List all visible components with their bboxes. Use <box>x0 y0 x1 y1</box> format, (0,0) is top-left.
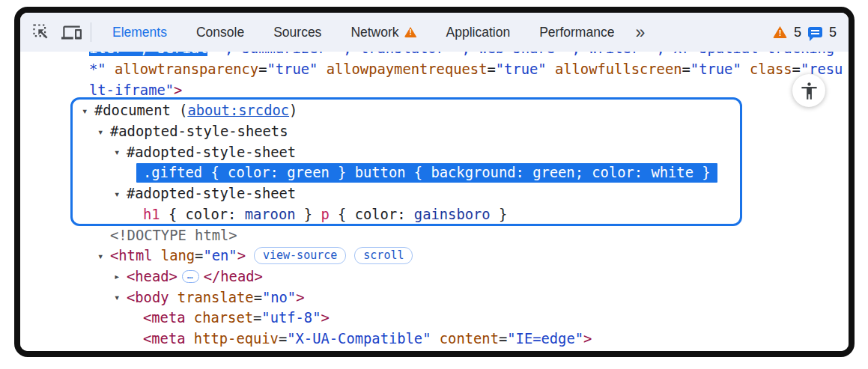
code-segment: { color: <box>160 207 245 222</box>
tab-sources[interactable]: Sources <box>273 25 321 40</box>
devtools-toolbar: ElementsConsoleSourcesNetworkApplication… <box>20 13 849 52</box>
code-segment: <!DOCTYPE html> <box>110 228 237 243</box>
code-segment: = <box>499 331 507 347</box>
code-segment: = <box>792 61 801 77</box>
tab-label: Console <box>196 25 244 40</box>
toolbar-divider <box>91 22 91 42</box>
code-segment: } <box>296 207 321 222</box>
code-segment: "en" <box>203 248 237 263</box>
collapse-arrow-icon[interactable]: ▾ <box>114 146 127 158</box>
code-segment: > <box>296 290 304 305</box>
code-segment: <meta <box>143 331 186 347</box>
dom-tree-row[interactable]: ▾#document (about:srcdoc) <box>20 100 849 121</box>
code-segment: </head> <box>204 269 263 284</box>
dom-tree: iter *; serial *; summarizer *; translat… <box>20 38 849 349</box>
code-segment: > <box>583 331 592 347</box>
warning-count[interactable]: 5 <box>794 25 801 40</box>
code-segment: allowpaymentrequest <box>327 61 488 77</box>
tab-performance[interactable]: Performance <box>539 25 614 40</box>
code-segment: #adopted-style-sheet <box>127 144 296 160</box>
code-segment: <meta <box>143 310 186 326</box>
code-segment: > <box>321 310 329 326</box>
code-segment: = <box>253 310 261 326</box>
code-segment: <body <box>127 290 169 305</box>
code-segment: http-equiv <box>194 331 279 347</box>
code-segment: ( <box>171 103 188 118</box>
tab-console[interactable]: Console <box>196 25 244 40</box>
code-segment: > <box>174 82 182 98</box>
code-segment: = <box>254 290 262 305</box>
dom-tree-row[interactable]: lt-iframe"> <box>20 79 849 100</box>
issue-counters: 5 5 <box>773 25 837 40</box>
tab-application[interactable]: Application <box>446 25 511 40</box>
dom-tree-row[interactable]: ▸<head>…</head> <box>20 266 849 287</box>
collapse-arrow-icon[interactable]: ▾ <box>82 105 94 117</box>
code-segment: *" <box>89 61 115 77</box>
code-segment: lt-iframe" <box>89 82 174 98</box>
code-segment: "true" <box>691 61 741 77</box>
code-segment: allowfullscreen <box>555 61 682 77</box>
code-segment <box>153 248 161 263</box>
tab-elements[interactable]: Elements <box>112 25 167 40</box>
dom-tree-row[interactable]: ▾<html lang="en">view-sourcescroll <box>20 246 849 266</box>
dom-tree-row[interactable]: <!DOCTYPE html> <box>20 225 849 246</box>
badge-scroll[interactable]: scroll <box>354 247 413 264</box>
code-segment: lang <box>161 248 195 263</box>
accessibility-icon <box>799 81 819 101</box>
code-segment: .gifted { color: green } button { backgr… <box>143 165 711 180</box>
code-segment: translate <box>177 290 254 305</box>
code-segment: <html <box>110 248 153 263</box>
tab-label: Application <box>446 25 511 40</box>
devtools-window: iter *; serial *; summarizer *; translat… <box>14 7 855 357</box>
code-segment <box>547 61 555 77</box>
tab-network[interactable]: Network <box>350 25 416 40</box>
code-segment: <head> <box>127 269 177 284</box>
code-segment <box>431 331 439 347</box>
code-segment: "true" <box>496 61 547 77</box>
collapsed-children-badge[interactable]: … <box>182 270 199 284</box>
code-segment: "utf-8" <box>261 310 321 326</box>
code-segment <box>169 290 177 305</box>
device-toolbar-button[interactable] <box>56 19 86 46</box>
more-tabs-button[interactable]: » <box>634 24 646 41</box>
inspect-element-button[interactable] <box>26 19 56 46</box>
tab-warning-icon <box>404 27 417 37</box>
dom-tree-row[interactable]: ▾#adopted-style-sheets <box>20 121 849 142</box>
code-segment: { color: <box>330 207 414 222</box>
dom-tree-row[interactable]: *" allowtransparency="true" allowpayment… <box>20 59 849 80</box>
code-segment: } <box>491 207 508 222</box>
code-segment: = <box>682 61 691 77</box>
dom-tree-row[interactable]: ▾#adopted-style-sheet <box>20 141 849 162</box>
dom-tree-row[interactable]: ▾<body translate="no"> <box>20 287 849 308</box>
code-segment: = <box>487 61 495 77</box>
message-count[interactable]: 5 <box>829 25 837 40</box>
code-segment: gainsboro <box>414 207 491 222</box>
code-segment <box>186 310 194 326</box>
code-segment: = <box>279 331 287 347</box>
collapse-arrow-icon[interactable]: ▾ <box>114 291 127 303</box>
dom-tree-row[interactable]: h1 { color: maroon } p { color: gainsbor… <box>20 204 849 225</box>
code-segment: #adopted-style-sheet <box>127 186 296 201</box>
badge-view-source[interactable]: view-source <box>254 247 346 264</box>
collapse-arrow-icon[interactable]: ▾ <box>97 250 110 262</box>
dom-tree-row[interactable]: <meta charset="utf-8"> <box>20 308 849 329</box>
tab-label: Network <box>350 25 398 40</box>
code-segment: "no" <box>262 290 296 305</box>
dom-tree-row[interactable]: ▾#adopted-style-sheet <box>20 183 849 204</box>
code-segment: "X-UA-Compatible" <box>287 331 431 347</box>
dom-tree-row[interactable]: <meta http-equiv="X-UA-Compatible" conte… <box>20 329 849 350</box>
messages-icon[interactable] <box>808 27 822 37</box>
code-segment: ) <box>289 103 297 118</box>
code-segment: "true" <box>267 61 318 77</box>
expand-arrow-icon[interactable]: ▸ <box>114 270 127 282</box>
dom-tree-row-selected[interactable]: .gifted { color: green } button { backgr… <box>20 162 849 183</box>
code-segment: allowtransparency <box>115 61 258 77</box>
warning-icon[interactable] <box>773 26 787 38</box>
accessibility-overlay-button[interactable] <box>792 74 825 107</box>
document-url-link[interactable]: about:srcdoc <box>187 103 289 118</box>
tab-label: Elements <box>112 25 167 40</box>
code-segment <box>318 61 326 77</box>
inspect-element-icon <box>31 22 51 42</box>
collapse-arrow-icon[interactable]: ▾ <box>97 126 110 138</box>
collapse-arrow-icon[interactable]: ▾ <box>114 188 127 200</box>
